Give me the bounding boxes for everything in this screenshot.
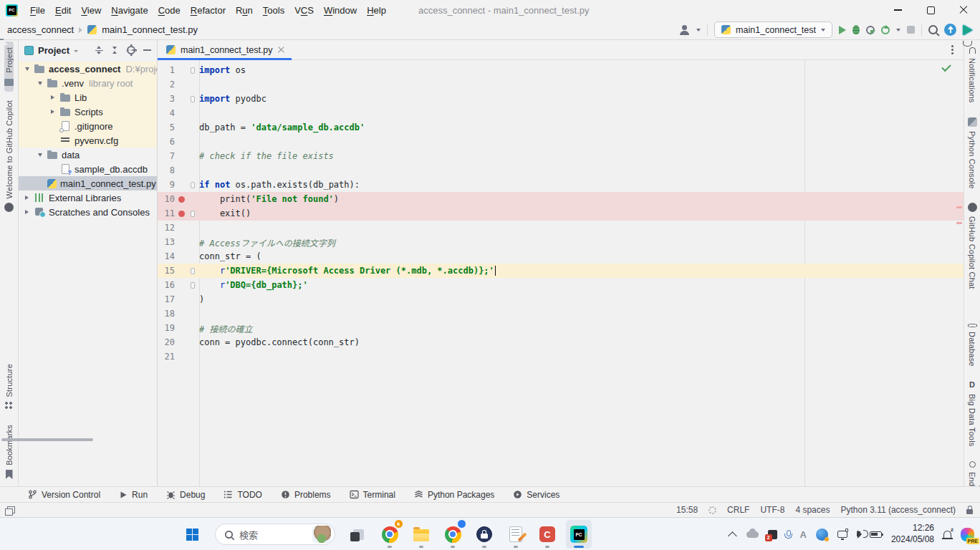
line-number[interactable]: 19	[158, 323, 175, 333]
line-number[interactable]: 13	[158, 237, 175, 247]
breadcrumb-file[interactable]: main1_connect_test.py	[102, 24, 198, 35]
tree-chevron-icon[interactable]	[23, 210, 31, 214]
tool-stripe-project[interactable]: Project	[4, 42, 14, 92]
tray-overflow-icon[interactable]	[728, 531, 737, 541]
chrome-profile1-button[interactable]: k	[377, 520, 403, 549]
menu-vcs[interactable]: VCS	[289, 3, 319, 18]
code-line[interactable]: 21	[158, 349, 964, 364]
layout-icon[interactable]	[7, 506, 15, 513]
code-text[interactable]: r'DRIVER={Microsoft Access Driver (*.mdb…	[198, 266, 496, 276]
onedrive-icon[interactable]	[746, 531, 759, 538]
tree-item-pyvenv-cfg[interactable]: pyvenv.cfg	[19, 133, 157, 148]
volume-icon[interactable]	[857, 531, 860, 536]
code-line[interactable]: 6	[158, 135, 964, 149]
tree-item-lib[interactable]: Lib	[19, 90, 157, 105]
menu-window[interactable]: Window	[319, 3, 362, 18]
tree-item-access-connect[interactable]: access_connectD:¥projects¥e	[19, 62, 157, 76]
line-number[interactable]: 10	[158, 194, 175, 204]
tool-stripe-notifications[interactable]: Notifications	[968, 42, 976, 109]
display-cast-icon[interactable]	[837, 531, 847, 538]
fold-gutter[interactable]	[188, 268, 198, 274]
windows-copilot-icon[interactable]: PRE	[961, 528, 974, 541]
error-stripe-mark[interactable]	[956, 222, 962, 224]
code-line[interactable]: 20conn = pyodbc.connect(conn_str)	[158, 335, 964, 349]
run-button[interactable]	[839, 26, 846, 34]
menu-navigate[interactable]: Navigate	[106, 3, 153, 18]
fold-marker-icon[interactable]	[191, 268, 195, 274]
password-manager-button[interactable]	[471, 520, 497, 549]
search-highlight-image[interactable]	[312, 526, 331, 543]
line-number[interactable]: 17	[158, 294, 175, 304]
tool-window-button-run[interactable]: Run	[110, 487, 157, 502]
tray-browser-icon[interactable]	[816, 529, 828, 541]
tree-item-venv[interactable]: .venvlibrary root	[19, 76, 157, 90]
code-line[interactable]: 12	[158, 221, 964, 235]
line-number[interactable]: 4	[158, 108, 175, 118]
code-line[interactable]: 19# 接続の確立	[158, 321, 964, 335]
interpreter[interactable]: Python 3.11 (access_connect)	[840, 505, 956, 515]
task-view-button[interactable]	[345, 520, 371, 549]
code-text[interactable]: # check if the file exists	[198, 151, 334, 161]
tree-chevron-icon[interactable]	[49, 110, 57, 114]
line-number[interactable]: 20	[158, 337, 175, 347]
caret-position[interactable]: 15:58	[676, 505, 698, 515]
menu-refactor[interactable]: Refactor	[186, 3, 231, 18]
line-ending[interactable]: CRLF	[727, 505, 749, 515]
profiler-button[interactable]	[866, 26, 875, 34]
tool-window-button-version-control[interactable]: Version Control	[19, 487, 110, 502]
line-number[interactable]: 2	[158, 79, 175, 90]
code-text[interactable]: # Accessファイルへの接続文字列	[198, 236, 335, 249]
code-line[interactable]: 2	[158, 77, 964, 92]
tree-item-scratches-and-consoles[interactable]: Scratches and Consoles	[19, 205, 157, 219]
menu-tools[interactable]: Tools	[258, 3, 289, 18]
notepad-button[interactable]	[503, 520, 529, 549]
minimize-button[interactable]	[881, 0, 914, 20]
breakpoint-icon[interactable]	[178, 211, 185, 217]
line-number[interactable]: 14	[158, 251, 175, 261]
code-line[interactable]: 11 exit()	[158, 206, 964, 221]
code-line[interactable]: 1import os	[158, 63, 964, 77]
tree-chevron-icon[interactable]	[49, 95, 57, 100]
tool-stripe-welcome-to-github-copilot[interactable]: Welcome to GitHub Copilot	[4, 95, 14, 218]
line-number[interactable]: 16	[158, 280, 175, 290]
debug-button[interactable]	[852, 25, 860, 34]
code-text[interactable]: db_path = 'data/sample_db.accdb'	[198, 122, 365, 132]
file-explorer-button[interactable]	[408, 520, 434, 549]
pycharm-taskbar-button[interactable]: PC	[566, 520, 592, 549]
tool-stripe-big-data-tools[interactable]: DBig Data Tools	[968, 375, 976, 453]
collapse-all-icon[interactable]	[111, 46, 119, 54]
line-number[interactable]: 5	[158, 122, 175, 132]
line-number[interactable]: 15	[158, 266, 175, 276]
code-line[interactable]: 8	[158, 163, 964, 178]
code-line[interactable]: 5db_path = 'data/sample_db.accdb'	[158, 120, 964, 135]
error-stripe-mark[interactable]	[956, 206, 962, 208]
tree-item-gitignore[interactable]: .gitignore	[19, 119, 157, 133]
line-number[interactable]: 21	[158, 352, 175, 362]
fold-marker-icon[interactable]	[191, 96, 195, 102]
menu-file[interactable]: File	[25, 3, 50, 18]
menu-view[interactable]: View	[76, 3, 106, 18]
fold-marker-icon[interactable]	[191, 182, 195, 188]
close-button[interactable]	[947, 0, 980, 20]
tree-chevron-icon[interactable]	[36, 153, 44, 157]
camtasia-button[interactable]: C	[534, 520, 560, 549]
code-text[interactable]: print('File not found')	[198, 194, 339, 204]
tree-item-external-libraries[interactable]: External Libraries	[19, 190, 157, 205]
microphone-icon[interactable]	[787, 530, 791, 536]
line-number[interactable]: 7	[158, 151, 175, 161]
code-line[interactable]: 13# Accessファイルへの接続文字列	[158, 235, 964, 249]
tool-stripe-github-copilot-chat[interactable]: GitHub Copilot Chat	[968, 197, 977, 295]
code-line[interactable]: 10 print('File not found')	[158, 192, 964, 206]
run-with-coverage-button[interactable]	[881, 26, 890, 34]
fold-gutter[interactable]	[188, 282, 198, 289]
stop-button[interactable]	[907, 26, 915, 34]
menu-code[interactable]: Code	[153, 3, 186, 18]
notifications-bell-icon[interactable]	[943, 531, 951, 538]
tool-window-button-todo[interactable]: TODO	[214, 487, 271, 502]
maximize-button[interactable]	[914, 0, 947, 20]
code-text[interactable]: r'DBQ={db_path};'	[198, 280, 308, 290]
taskbar-search[interactable]: 検索	[215, 524, 335, 545]
breakpoint-gutter[interactable]	[175, 196, 188, 203]
lock-icon[interactable]	[966, 509, 973, 514]
code-line[interactable]: 16 r'DBQ={db_path};'	[158, 278, 964, 292]
